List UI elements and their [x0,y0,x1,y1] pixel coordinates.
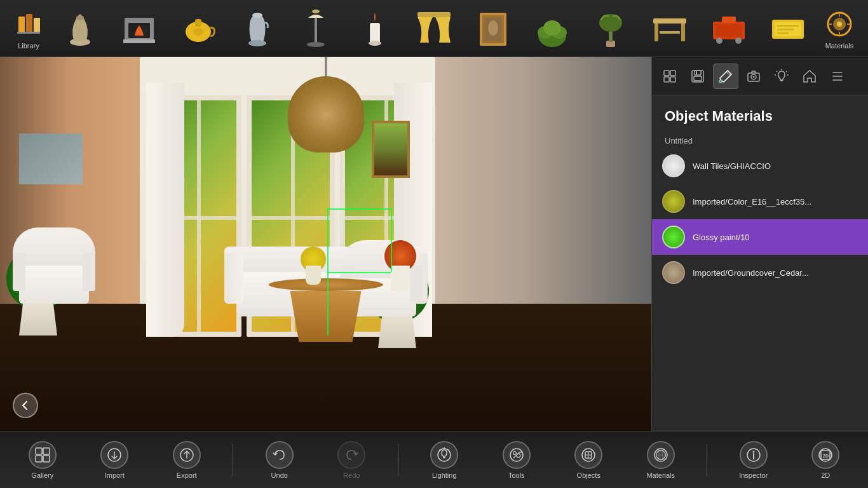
2d-button[interactable]: 2D 2D [797,435,854,485]
chandelier [288,76,364,152]
undo-label: Undo [271,471,288,479]
plant-pot-left [19,304,57,336]
vase-body [306,266,321,285]
2d-icon: 2D [811,441,839,469]
svg-rect-34 [654,24,658,41]
room-scene [0,57,651,431]
panel-tool-home[interactable] [797,64,822,89]
chandelier-chain [325,57,327,76]
side-vase [391,266,410,291]
svg-rect-10 [195,19,201,27]
svg-rect-71 [36,448,42,454]
svg-rect-18 [371,24,379,43]
toolbar-obj-9[interactable] [532,8,573,49]
material-name-3: Imported/Groundcover_Cedar... [693,268,858,278]
svg-rect-57 [696,71,697,74]
right-panel: Object Materials Untitled Wall Tiles/GHI… [651,57,868,431]
svg-rect-8 [123,39,155,43]
nav-arrow[interactable] [13,393,38,418]
toolbar-obj-1[interactable] [60,8,100,49]
vase-flowers [297,247,329,285]
import-button[interactable]: Import [86,435,143,485]
toolbar-obj-11[interactable] [649,8,690,49]
toolbar-obj-5[interactable] [295,8,336,49]
material-name-0: Wall Tiles/GHIACCIO [693,161,858,171]
material-swatch-0 [662,154,685,177]
panel-tool-scene[interactable] [657,64,682,89]
gallery-label: Gallery [31,471,53,479]
toolbar-obj-6[interactable] [355,8,395,49]
svg-rect-0 [18,17,25,33]
toolbar-obj-7[interactable] [414,8,454,49]
svg-point-58 [719,79,722,83]
3d-viewport[interactable] [0,57,651,431]
tools-button[interactable]: Tools [488,435,545,485]
svg-rect-41 [722,17,736,23]
panel-tool-camera[interactable] [741,64,766,89]
wall-art-left [19,133,83,184]
toolbar-obj-12[interactable] [709,8,749,49]
import-icon [100,441,128,469]
lighting-button[interactable]: Lighting [416,435,473,485]
svg-point-11 [193,28,203,36]
export-button[interactable]: Export [158,435,215,485]
svg-rect-62 [780,80,783,81]
toolbar-obj-4[interactable] [237,8,278,49]
toolbar-obj-3[interactable] [178,8,219,49]
2d-label: 2D [821,471,830,479]
tools-label: Tools [508,471,525,479]
redo-label: Redo [343,471,360,479]
panel-tool-list[interactable] [825,64,850,89]
svg-rect-14 [315,18,317,43]
material-swatch-1 [662,190,685,213]
svg-rect-52 [664,77,669,82]
panel-tool-save[interactable] [685,64,710,89]
svg-rect-33 [653,18,686,24]
material-item-2[interactable]: Glossy paint/10 [652,219,868,255]
svg-rect-38 [715,24,742,37]
divider-2 [398,444,398,476]
gallery-icon [29,441,57,469]
svg-rect-53 [670,77,675,82]
lighting-label: Lighting [432,471,457,479]
toolbar-obj-2[interactable] [119,8,159,49]
svg-rect-55 [695,71,701,75]
curtain-left [146,83,184,337]
material-item-1[interactable]: Imported/Color_E16__1eccf35... [652,184,868,219]
objects-button[interactable]: Objects [560,435,617,485]
export-icon [173,441,201,469]
export-label: Export [177,471,197,479]
bottom-toolbar: Gallery Import Export Undo [0,431,868,488]
svg-text:2D: 2D [823,454,829,458]
toolbar-obj-10[interactable] [590,8,631,49]
armchair-left [13,221,95,304]
panel-toolbar [652,57,868,95]
redo-button[interactable]: Redo [323,435,380,485]
panel-tool-paint[interactable] [713,64,738,89]
divider-3 [707,444,707,476]
toolbar-obj-8[interactable] [473,8,513,49]
svg-point-29 [543,20,561,36]
svg-rect-3 [17,32,40,34]
tools-icon [503,441,531,469]
material-item-3[interactable]: Imported/Groundcover_Cedar... [652,255,868,290]
library-button[interactable]: Library [6,3,51,54]
gallery-button[interactable]: Gallery [14,435,71,485]
material-swatch-2 [662,226,685,248]
inspector-label: Inspector [739,471,768,479]
svg-line-65 [786,71,787,72]
material-item-0[interactable]: Wall Tiles/GHIACCIO [652,148,868,184]
painting-inner [374,123,407,175]
materials-top-button[interactable]: Materials [817,3,862,54]
svg-point-24 [488,20,498,36]
materials-bottom-button[interactable]: Materials [632,435,689,485]
toolbar-obj-13[interactable] [768,8,808,49]
svg-line-80 [439,450,440,451]
svg-point-39 [716,37,722,44]
material-swatch-3 [662,261,685,284]
inspector-button[interactable]: Inspector [725,435,782,485]
svg-rect-74 [43,456,50,462]
undo-button[interactable]: Undo [251,435,308,485]
redo-icon [337,441,365,469]
panel-tool-light[interactable] [769,64,794,89]
